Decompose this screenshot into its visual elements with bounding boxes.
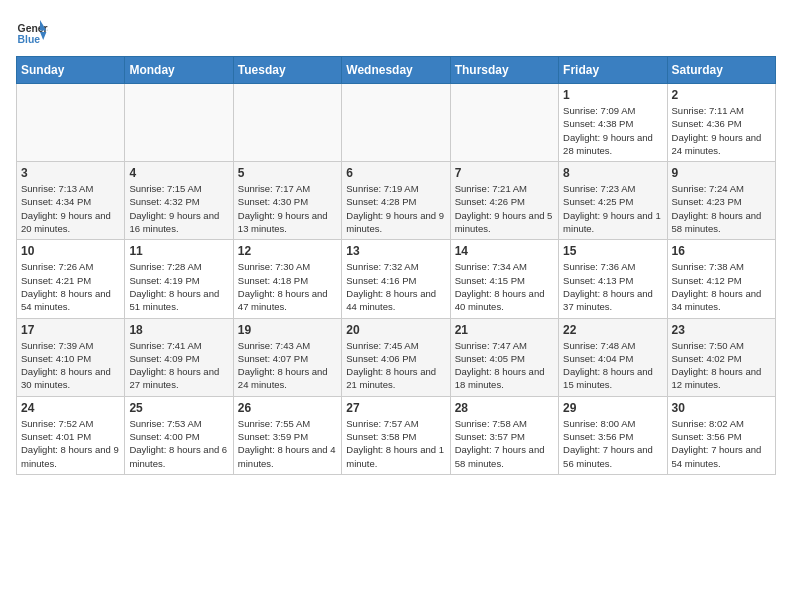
day-number: 10 — [21, 244, 120, 258]
calendar-week-5: 24Sunrise: 7:52 AM Sunset: 4:01 PM Dayli… — [17, 396, 776, 474]
day-number: 14 — [455, 244, 554, 258]
calendar-cell: 1Sunrise: 7:09 AM Sunset: 4:38 PM Daylig… — [559, 84, 667, 162]
calendar-header-saturday: Saturday — [667, 57, 775, 84]
calendar-cell: 6Sunrise: 7:19 AM Sunset: 4:28 PM Daylig… — [342, 162, 450, 240]
day-number: 8 — [563, 166, 662, 180]
day-info: Sunrise: 8:00 AM Sunset: 3:56 PM Dayligh… — [563, 417, 662, 470]
calendar-cell — [17, 84, 125, 162]
day-info: Sunrise: 7:30 AM Sunset: 4:18 PM Dayligh… — [238, 260, 337, 313]
calendar-cell: 16Sunrise: 7:38 AM Sunset: 4:12 PM Dayli… — [667, 240, 775, 318]
day-number: 30 — [672, 401, 771, 415]
day-info: Sunrise: 7:21 AM Sunset: 4:26 PM Dayligh… — [455, 182, 554, 235]
calendar-cell: 19Sunrise: 7:43 AM Sunset: 4:07 PM Dayli… — [233, 318, 341, 396]
day-info: Sunrise: 7:45 AM Sunset: 4:06 PM Dayligh… — [346, 339, 445, 392]
day-number: 25 — [129, 401, 228, 415]
day-number: 2 — [672, 88, 771, 102]
day-info: Sunrise: 7:15 AM Sunset: 4:32 PM Dayligh… — [129, 182, 228, 235]
calendar-cell: 28Sunrise: 7:58 AM Sunset: 3:57 PM Dayli… — [450, 396, 558, 474]
logo-icon: General Blue — [16, 16, 48, 48]
day-number: 18 — [129, 323, 228, 337]
day-number: 22 — [563, 323, 662, 337]
day-info: Sunrise: 7:58 AM Sunset: 3:57 PM Dayligh… — [455, 417, 554, 470]
day-info: Sunrise: 7:19 AM Sunset: 4:28 PM Dayligh… — [346, 182, 445, 235]
calendar-cell: 21Sunrise: 7:47 AM Sunset: 4:05 PM Dayli… — [450, 318, 558, 396]
calendar-cell: 25Sunrise: 7:53 AM Sunset: 4:00 PM Dayli… — [125, 396, 233, 474]
day-info: Sunrise: 7:32 AM Sunset: 4:16 PM Dayligh… — [346, 260, 445, 313]
day-info: Sunrise: 7:34 AM Sunset: 4:15 PM Dayligh… — [455, 260, 554, 313]
day-number: 24 — [21, 401, 120, 415]
calendar-cell: 27Sunrise: 7:57 AM Sunset: 3:58 PM Dayli… — [342, 396, 450, 474]
day-info: Sunrise: 7:11 AM Sunset: 4:36 PM Dayligh… — [672, 104, 771, 157]
calendar-header-wednesday: Wednesday — [342, 57, 450, 84]
calendar-week-1: 1Sunrise: 7:09 AM Sunset: 4:38 PM Daylig… — [17, 84, 776, 162]
day-info: Sunrise: 7:43 AM Sunset: 4:07 PM Dayligh… — [238, 339, 337, 392]
calendar-cell: 7Sunrise: 7:21 AM Sunset: 4:26 PM Daylig… — [450, 162, 558, 240]
calendar-cell: 2Sunrise: 7:11 AM Sunset: 4:36 PM Daylig… — [667, 84, 775, 162]
calendar-header-sunday: Sunday — [17, 57, 125, 84]
calendar-cell: 24Sunrise: 7:52 AM Sunset: 4:01 PM Dayli… — [17, 396, 125, 474]
calendar-cell: 29Sunrise: 8:00 AM Sunset: 3:56 PM Dayli… — [559, 396, 667, 474]
day-info: Sunrise: 7:57 AM Sunset: 3:58 PM Dayligh… — [346, 417, 445, 470]
svg-text:Blue: Blue — [18, 34, 41, 45]
calendar-cell: 11Sunrise: 7:28 AM Sunset: 4:19 PM Dayli… — [125, 240, 233, 318]
day-info: Sunrise: 7:26 AM Sunset: 4:21 PM Dayligh… — [21, 260, 120, 313]
day-number: 23 — [672, 323, 771, 337]
page-header: General Blue — [16, 16, 776, 48]
calendar-cell: 14Sunrise: 7:34 AM Sunset: 4:15 PM Dayli… — [450, 240, 558, 318]
day-info: Sunrise: 7:23 AM Sunset: 4:25 PM Dayligh… — [563, 182, 662, 235]
logo: General Blue — [16, 16, 48, 48]
day-info: Sunrise: 7:41 AM Sunset: 4:09 PM Dayligh… — [129, 339, 228, 392]
day-info: Sunrise: 7:53 AM Sunset: 4:00 PM Dayligh… — [129, 417, 228, 470]
day-number: 19 — [238, 323, 337, 337]
day-number: 12 — [238, 244, 337, 258]
day-number: 4 — [129, 166, 228, 180]
day-info: Sunrise: 7:09 AM Sunset: 4:38 PM Dayligh… — [563, 104, 662, 157]
day-number: 7 — [455, 166, 554, 180]
day-number: 11 — [129, 244, 228, 258]
day-number: 16 — [672, 244, 771, 258]
day-info: Sunrise: 7:24 AM Sunset: 4:23 PM Dayligh… — [672, 182, 771, 235]
calendar-cell: 13Sunrise: 7:32 AM Sunset: 4:16 PM Dayli… — [342, 240, 450, 318]
calendar-cell — [233, 84, 341, 162]
day-info: Sunrise: 7:39 AM Sunset: 4:10 PM Dayligh… — [21, 339, 120, 392]
calendar-cell: 22Sunrise: 7:48 AM Sunset: 4:04 PM Dayli… — [559, 318, 667, 396]
calendar-cell — [125, 84, 233, 162]
calendar-cell: 8Sunrise: 7:23 AM Sunset: 4:25 PM Daylig… — [559, 162, 667, 240]
calendar-cell: 26Sunrise: 7:55 AM Sunset: 3:59 PM Dayli… — [233, 396, 341, 474]
calendar-cell: 20Sunrise: 7:45 AM Sunset: 4:06 PM Dayli… — [342, 318, 450, 396]
calendar-cell: 9Sunrise: 7:24 AM Sunset: 4:23 PM Daylig… — [667, 162, 775, 240]
day-info: Sunrise: 7:36 AM Sunset: 4:13 PM Dayligh… — [563, 260, 662, 313]
calendar-cell: 23Sunrise: 7:50 AM Sunset: 4:02 PM Dayli… — [667, 318, 775, 396]
day-number: 26 — [238, 401, 337, 415]
day-number: 27 — [346, 401, 445, 415]
calendar-cell: 5Sunrise: 7:17 AM Sunset: 4:30 PM Daylig… — [233, 162, 341, 240]
day-info: Sunrise: 7:52 AM Sunset: 4:01 PM Dayligh… — [21, 417, 120, 470]
day-info: Sunrise: 7:38 AM Sunset: 4:12 PM Dayligh… — [672, 260, 771, 313]
day-number: 29 — [563, 401, 662, 415]
day-number: 28 — [455, 401, 554, 415]
calendar-table: SundayMondayTuesdayWednesdayThursdayFrid… — [16, 56, 776, 475]
day-number: 3 — [21, 166, 120, 180]
day-number: 5 — [238, 166, 337, 180]
day-info: Sunrise: 7:55 AM Sunset: 3:59 PM Dayligh… — [238, 417, 337, 470]
day-info: Sunrise: 7:17 AM Sunset: 4:30 PM Dayligh… — [238, 182, 337, 235]
day-number: 15 — [563, 244, 662, 258]
calendar-cell: 4Sunrise: 7:15 AM Sunset: 4:32 PM Daylig… — [125, 162, 233, 240]
calendar-cell — [342, 84, 450, 162]
day-number: 1 — [563, 88, 662, 102]
calendar-header-monday: Monday — [125, 57, 233, 84]
calendar-cell — [450, 84, 558, 162]
calendar-header-friday: Friday — [559, 57, 667, 84]
day-number: 17 — [21, 323, 120, 337]
calendar-cell: 3Sunrise: 7:13 AM Sunset: 4:34 PM Daylig… — [17, 162, 125, 240]
calendar-header-row: SundayMondayTuesdayWednesdayThursdayFrid… — [17, 57, 776, 84]
day-info: Sunrise: 7:13 AM Sunset: 4:34 PM Dayligh… — [21, 182, 120, 235]
calendar-cell: 10Sunrise: 7:26 AM Sunset: 4:21 PM Dayli… — [17, 240, 125, 318]
calendar-week-3: 10Sunrise: 7:26 AM Sunset: 4:21 PM Dayli… — [17, 240, 776, 318]
calendar-week-2: 3Sunrise: 7:13 AM Sunset: 4:34 PM Daylig… — [17, 162, 776, 240]
calendar-header-thursday: Thursday — [450, 57, 558, 84]
day-number: 9 — [672, 166, 771, 180]
day-info: Sunrise: 7:47 AM Sunset: 4:05 PM Dayligh… — [455, 339, 554, 392]
day-info: Sunrise: 7:50 AM Sunset: 4:02 PM Dayligh… — [672, 339, 771, 392]
calendar-week-4: 17Sunrise: 7:39 AM Sunset: 4:10 PM Dayli… — [17, 318, 776, 396]
